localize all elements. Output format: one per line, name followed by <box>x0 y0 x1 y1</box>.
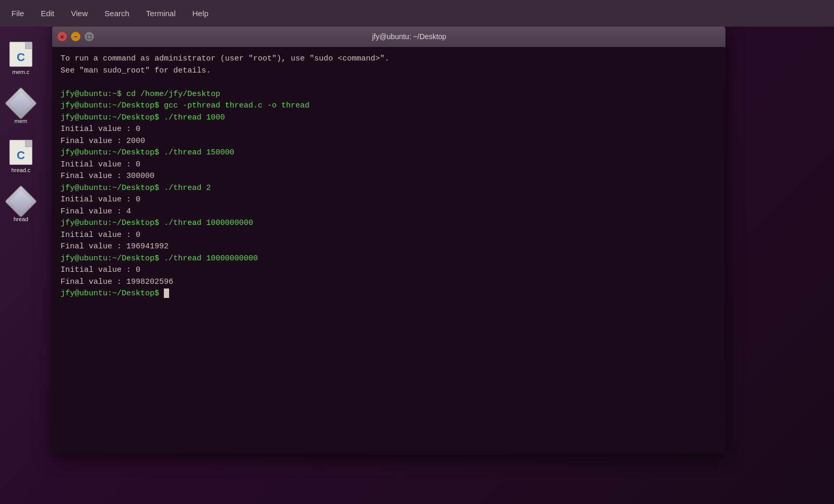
menu-view[interactable]: View <box>68 7 91 20</box>
minimize-button[interactable]: − <box>71 32 80 41</box>
intro-line-2: See "man sudo_root" for details. <box>61 65 717 77</box>
term-line: jfy@ubuntu:~/Desktop$ ./thread 100000000… <box>61 218 717 230</box>
term-line: Final value : 300000 <box>61 171 717 183</box>
menu-edit[interactable]: Edit <box>38 7 57 20</box>
close-button[interactable]: × <box>57 32 67 41</box>
term-line: Initial value : 0 <box>61 194 717 206</box>
term-line: jfy@ubuntu:~/Desktop$ ./thread 150000 <box>61 147 717 159</box>
threadc-file-icon: C <box>8 140 33 165</box>
term-line: jfy@ubuntu:~/Desktop$ ./thread 1000 <box>61 112 717 124</box>
maximize-button[interactable]: □ <box>85 32 94 41</box>
mem-script-icon <box>8 91 33 116</box>
term-line: Final value : 196941992 <box>61 241 717 253</box>
term-line: Final value : 2000 <box>61 136 717 148</box>
intro-line-1: To run a command as administrator (user … <box>61 53 717 65</box>
memc-file-icon: C <box>8 42 33 67</box>
term-line: Final value : 4 <box>61 206 717 218</box>
desktop-icon-mem[interactable]: mem <box>8 91 33 124</box>
term-line: jfy@ubuntu:~/Desktop$ ./thread 100000000… <box>61 253 717 265</box>
term-line: jfy@ubuntu:~/Desktop$ <box>61 288 717 300</box>
term-line: Final value : 1998202596 <box>61 277 717 289</box>
term-line: jfy@ubuntu:~$ cd /home/jfy/Desktop <box>61 89 717 101</box>
term-line: Initial value : 0 <box>61 159 717 171</box>
term-line: Initial value : 0 <box>61 230 717 242</box>
terminal-content[interactable]: To run a command as administrator (user … <box>52 47 725 454</box>
terminal-window: × − □ jfy@ubuntu: ~/Desktop To run a com… <box>52 26 725 454</box>
term-line: Initial value : 0 <box>61 265 717 277</box>
threadc-label: hread.c <box>11 167 31 173</box>
terminal-lines: jfy@ubuntu:~$ cd /home/jfy/Desktopjfy@ub… <box>61 89 717 300</box>
menu-terminal[interactable]: Terminal <box>143 7 179 20</box>
spacer-line <box>61 77 717 89</box>
menu-search[interactable]: Search <box>101 7 133 20</box>
title-bar: × − □ jfy@ubuntu: ~/Desktop <box>52 26 725 47</box>
menu-bar: File Edit View Search Terminal Help <box>0 0 834 27</box>
menu-file[interactable]: File <box>8 7 27 20</box>
desktop-icon-threadc[interactable]: C hread.c <box>8 140 33 173</box>
desktop-icons: C mem.c mem C hread.c hread <box>0 0 42 504</box>
term-line: Initial value : 0 <box>61 124 717 136</box>
window-title: jfy@ubuntu: ~/Desktop <box>98 32 720 41</box>
term-line: jfy@ubuntu:~/Desktop$ gcc -pthread threa… <box>61 100 717 112</box>
menu-help[interactable]: Help <box>189 7 212 20</box>
thread-script-icon <box>8 189 33 214</box>
desktop-icon-memc[interactable]: C mem.c <box>8 42 33 75</box>
term-line: jfy@ubuntu:~/Desktop$ ./thread 2 <box>61 183 717 195</box>
cursor-blink <box>164 289 169 298</box>
memc-label: mem.c <box>13 69 30 75</box>
desktop-icon-thread[interactable]: hread <box>8 189 33 222</box>
